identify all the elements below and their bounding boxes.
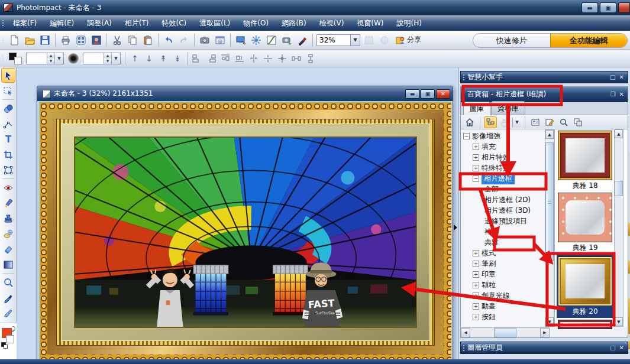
tab-library[interactable]: 資料庫 [491, 101, 525, 115]
mode-swatch-icon[interactable] [9, 53, 22, 64]
clone-tool-icon[interactable] [1, 211, 15, 226]
tree-item-classic[interactable]: 典雅 [461, 237, 545, 248]
expander-icon[interactable]: + [473, 292, 479, 299]
width-stepper[interactable]: ▲▼▼ [26, 53, 64, 64]
tone-curve-icon[interactable] [264, 33, 279, 47]
tree-item[interactable]: 相片邊框 (2D) [461, 194, 545, 205]
copy-icon[interactable] [125, 33, 140, 47]
pick-tool-icon[interactable] [1, 68, 15, 83]
tree-item[interactable]: +筆刷 [461, 258, 545, 269]
tree-item[interactable]: +相片特效 [461, 152, 545, 162]
menu-effect[interactable]: 特效(C) [156, 15, 193, 31]
scroll-down-icon[interactable]: ▼ [615, 317, 623, 326]
thumbnail-classic-19[interactable]: 典雅 19 [557, 193, 613, 253]
expander-icon[interactable]: + [473, 154, 479, 161]
scroll-left-icon[interactable]: ◀ [461, 328, 470, 337]
zoom-tool-icon[interactable] [1, 275, 15, 290]
tree-item[interactable]: 邊緣預設項目 [461, 216, 545, 226]
easy-palette-header[interactable]: 百寶箱 - 相片邊框 (唯讀) ❐✕ [461, 87, 628, 102]
maximize-button[interactable]: ▣ [600, 2, 616, 13]
move-up-icon[interactable]: ↑ [128, 52, 142, 65]
center-vertical-icon[interactable] [261, 52, 275, 65]
panel-close-icon[interactable]: ✕ [619, 91, 624, 98]
panel-maximize-icon[interactable]: □ [610, 74, 615, 80]
expander-icon[interactable]: + [473, 282, 479, 288]
drag-mode-dropdown-icon[interactable]: ▼ [512, 118, 521, 127]
eyedropper-tool-icon[interactable] [1, 290, 15, 305]
tree-scrollbar[interactable]: ▲ ▼ [545, 129, 554, 327]
space-horizontal-icon[interactable] [289, 52, 303, 65]
slice-tool-icon[interactable] [1, 306, 15, 320]
path-edit-icon[interactable] [1, 116, 15, 131]
document-title-bar[interactable]: 未命名 - 3 (32%) 2161x1351 ▬ ▣ ✕ [37, 86, 453, 101]
print-icon[interactable] [58, 33, 73, 47]
align-bottom-icon[interactable] [232, 52, 247, 65]
expander-icon[interactable]: + [473, 165, 479, 171]
zoom-dropdown-icon[interactable]: ▼ [351, 34, 360, 46]
panel-close-icon[interactable]: ✕ [619, 344, 624, 351]
menu-selection[interactable]: 選取區(L) [193, 15, 237, 31]
tree-item[interactable]: 神奇 [461, 226, 545, 237]
redo-icon[interactable] [176, 33, 192, 47]
layer-manager-header[interactable]: 圖層管理員 □✕ [460, 342, 628, 354]
expander-icon[interactable]: + [473, 271, 479, 278]
expander-icon[interactable]: − [473, 176, 479, 182]
scroll-up-icon[interactable]: ▲ [615, 129, 623, 138]
background-color-swatch[interactable] [6, 335, 14, 343]
close-button[interactable] [618, 2, 630, 13]
scroll-right-icon[interactable]: ▶ [540, 328, 550, 337]
scroll-up-icon[interactable]: ▲ [545, 130, 554, 139]
modify-icon[interactable] [543, 116, 556, 128]
move-bottom-icon[interactable]: ↡ [170, 52, 185, 65]
tree-item-photo-frame[interactable]: −相片邊框 [461, 173, 545, 184]
panel-float-icon[interactable]: ❐ [610, 91, 616, 98]
brightness-icon[interactable] [248, 33, 264, 47]
properties-icon[interactable] [529, 116, 542, 128]
canvas-image[interactable]: FAST SurFboSke [40, 102, 451, 362]
expander-icon[interactable]: − [463, 133, 470, 139]
expander-icon[interactable]: + [473, 261, 479, 267]
shape-tool-icon[interactable] [1, 101, 15, 116]
menu-edit[interactable]: 編輯(E) [43, 15, 80, 31]
align-left-icon[interactable] [190, 52, 204, 65]
open-file-icon[interactable] [22, 33, 37, 47]
menu-photo[interactable]: 相片(T) [118, 15, 156, 31]
panel-close-icon[interactable]: ✕ [619, 74, 624, 80]
menu-web[interactable]: 網路(B) [275, 15, 313, 31]
assistant-panel-header[interactable]: 智慧小幫手 □✕ [460, 71, 628, 83]
fit-window-icon[interactable] [377, 33, 392, 47]
expander-icon[interactable]: + [473, 314, 479, 320]
swap-colors-icon[interactable]: ⤸ [12, 326, 15, 333]
browse-photos-icon[interactable] [89, 33, 104, 47]
move-top-icon[interactable]: ↟ [156, 52, 170, 65]
paste-icon[interactable] [140, 33, 156, 47]
align-right-icon[interactable] [204, 52, 218, 65]
undo-icon[interactable] [161, 33, 176, 47]
tree-item[interactable]: +創意光線 [461, 290, 545, 301]
redeye-tool-icon[interactable] [1, 180, 15, 195]
cut-icon[interactable] [109, 33, 125, 47]
doc-minimize-button[interactable]: ▬ [405, 89, 419, 99]
selection-tool-icon[interactable] [1, 83, 15, 98]
thumbnail-scrollbar[interactable]: ▲ ▼ [614, 129, 623, 327]
layout-icon[interactable] [73, 33, 89, 47]
tree-item[interactable]: +印章 [461, 269, 545, 280]
eraser-tool-icon[interactable] [1, 242, 15, 256]
quick-fix-button[interactable]: 快速修片 [473, 34, 550, 47]
panel-maximize-icon[interactable]: □ [610, 344, 615, 351]
transform-tool-icon[interactable] [1, 162, 15, 177]
minimize-button[interactable]: ▬ [581, 2, 598, 13]
menu-object[interactable]: 物件(O) [237, 15, 275, 31]
expander-icon[interactable]: + [473, 250, 479, 256]
actual-view-icon[interactable] [361, 33, 377, 47]
new-file-icon[interactable] [7, 33, 22, 47]
tree-view-icon[interactable] [484, 116, 497, 128]
camera-icon[interactable] [197, 33, 212, 47]
save-icon[interactable] [37, 33, 53, 47]
tree-item[interactable]: +顆粒 [461, 280, 545, 290]
menu-help[interactable]: 說明(H) [390, 15, 428, 31]
tree-item[interactable]: +動畫 [461, 301, 545, 311]
thumbnail-classic-20[interactable]: 典雅 20 [557, 255, 613, 318]
default-colors-icon[interactable] [4, 344, 8, 349]
soft-edge-icon[interactable] [68, 53, 79, 64]
